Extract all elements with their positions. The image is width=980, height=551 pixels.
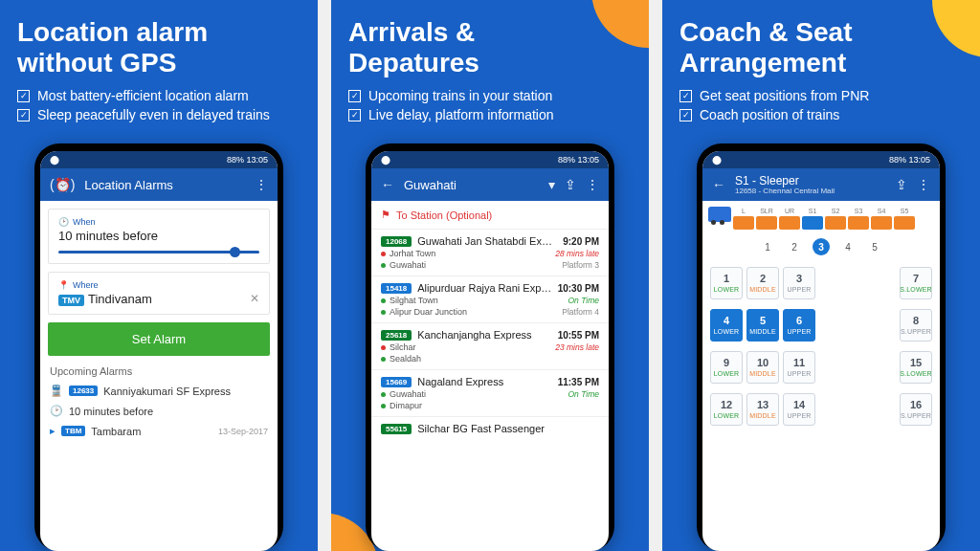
train-row[interactable]: 15669Nagaland Express11:35 PMGuwahatiOn …	[371, 369, 609, 416]
when-card[interactable]: 🕑When 10 minutes before	[48, 209, 270, 264]
seat-bay: 1LOWER2MIDDLE3UPPER7S.LOWER	[710, 267, 932, 299]
pager-number[interactable]: 3	[813, 238, 830, 255]
seat-area[interactable]: 1LOWER2MIDDLE3UPPER7S.LOWER4LOWER5MIDDLE…	[702, 261, 940, 431]
seat[interactable]: 14UPPER	[783, 393, 815, 426]
overflow-icon[interactable]: ⋮	[917, 177, 930, 192]
coach-box[interactable]	[756, 216, 777, 230]
seat[interactable]: 4LOWER	[710, 309, 743, 342]
bullet-item: Most battery-efficient location alarm	[17, 88, 301, 103]
bullet-text: Most battery-efficient location alarm	[37, 88, 249, 103]
train-number-chip: 15669	[381, 377, 412, 387]
status-bar: ⬤88% 13:05	[702, 151, 940, 168]
where-card[interactable]: 📍Where TMVTindivanam ✕	[48, 272, 270, 315]
platform: Platform 3	[562, 260, 599, 270]
coach-box[interactable]	[802, 216, 823, 230]
coach-label: S4	[871, 208, 892, 214]
pager-number[interactable]: 5	[866, 238, 883, 255]
coach-box[interactable]	[894, 216, 915, 230]
seat[interactable]: 6UPPER	[783, 309, 815, 342]
train-row[interactable]: 55615Silchar BG Fast Passenger	[371, 416, 609, 440]
pin-icon: 📍	[58, 280, 69, 290]
overflow-icon[interactable]: ⋮	[255, 177, 268, 192]
train-name: Silchar BG Fast Passenger	[417, 423, 593, 434]
seat[interactable]: 16S.UPPER	[900, 393, 932, 426]
to-station-input[interactable]: ⚑To Station (Optional)	[371, 201, 609, 229]
phone-frame: ⬤88% 13:05 (⏰) Location Alarms ⋮ 🕑When 1…	[34, 143, 283, 551]
seat-bay: 9LOWER10MIDDLE11UPPER15S.LOWER	[710, 351, 932, 384]
status-right: 88% 13:05	[227, 155, 268, 165]
check-icon	[17, 109, 30, 121]
pager-number[interactable]: 2	[786, 238, 803, 255]
seat[interactable]: 9LOWER	[710, 351, 743, 384]
train-status: 23 mins late	[555, 342, 599, 352]
seat[interactable]: 3UPPER	[783, 267, 815, 299]
pager-number[interactable]: 4	[839, 238, 857, 255]
station-name: Tambaram	[91, 426, 141, 437]
train-name: Guwahati Jan Shatabdi Express	[417, 235, 557, 247]
train-status: On Time	[568, 389, 599, 399]
clear-icon[interactable]: ✕	[250, 292, 259, 305]
from-station[interactable]: Guwahati	[404, 178, 539, 192]
seat[interactable]: 2MIDDLE	[746, 267, 779, 299]
alarm-icon: (⏰)	[50, 177, 75, 192]
seat-bay: 4LOWER5MIDDLE6UPPER8S.UPPER	[710, 309, 932, 342]
bullet-text: Sleep peacefully even in delayed trains	[37, 107, 270, 122]
seat[interactable]: 11UPPER	[783, 351, 815, 384]
back-icon[interactable]: ←	[381, 177, 394, 192]
train-list[interactable]: 12068Guwahati Jan Shatabdi Express9:20 P…	[371, 229, 609, 440]
coach-box[interactable]	[733, 216, 754, 230]
overflow-icon[interactable]: ⋮	[586, 177, 599, 192]
seat[interactable]: 8S.UPPER	[900, 309, 932, 342]
phone-screen: ⬤88% 13:05 ← Guwahati ▾ ⇪ ⋮ ⚑To Station …	[371, 151, 609, 551]
upcoming-row: ▸ TBM Tambaram 13-Sep-2017	[50, 421, 268, 441]
seat[interactable]: 7S.LOWER	[900, 267, 932, 299]
train-number-chip: 12633	[69, 386, 98, 396]
train-status: On Time	[568, 296, 599, 305]
filter-icon[interactable]: ▾	[548, 177, 555, 192]
coach-box[interactable]	[779, 216, 800, 230]
seat[interactable]: 5MIDDLE	[746, 309, 779, 342]
train-name: Alipurduar Rajya Rani Express	[417, 282, 551, 294]
coach-label: L	[733, 208, 754, 214]
seat[interactable]: 10MIDDLE	[746, 351, 779, 384]
bullet-item: Live delay, platform information	[348, 107, 632, 122]
station-chip: TMV	[58, 295, 84, 306]
seat[interactable]: 1LOWER	[710, 267, 743, 299]
train-time: 9:20 PM	[563, 236, 599, 247]
train-number-chip: 15418	[381, 283, 412, 294]
share-icon[interactable]: ⇪	[896, 177, 907, 192]
train-icon: 🚆	[50, 385, 63, 397]
status-right: 88% 13:05	[558, 155, 599, 165]
pager[interactable]: 12345	[702, 234, 940, 261]
share-icon[interactable]: ⇪	[565, 177, 576, 192]
status-bar: ⬤88% 13:05	[40, 151, 278, 168]
seat[interactable]: 13MIDDLE	[746, 393, 779, 426]
status-bar: ⬤88% 13:05	[371, 151, 609, 168]
upcoming-row[interactable]: 🚆 12633 Kanniyakumari SF Express	[50, 381, 268, 401]
seat[interactable]: 12LOWER	[710, 393, 743, 426]
set-alarm-button[interactable]: Set Alarm	[48, 322, 270, 356]
when-slider[interactable]	[58, 251, 259, 253]
bullet-item: Coach position of trains	[679, 107, 963, 122]
when-value: 10 minutes before	[58, 229, 259, 243]
seat-bay: 12LOWER13MIDDLE14UPPER16S.UPPER	[710, 393, 932, 426]
bullet-text: Live delay, platform information	[368, 107, 554, 122]
coach-label: S3	[848, 208, 869, 214]
coach-strip[interactable]: LSLRURS1S2S3S4S5	[702, 201, 940, 234]
pager-number[interactable]: 1	[759, 238, 776, 255]
coach-box[interactable]	[871, 216, 892, 230]
train-row[interactable]: 12068Guwahati Jan Shatabdi Express9:20 P…	[371, 229, 609, 276]
coach-box[interactable]	[825, 216, 846, 230]
train-row[interactable]: 15418Alipurduar Rajya Rani Express10:30 …	[371, 276, 609, 322]
flag-icon: ⚑	[381, 209, 390, 221]
train-number-chip: 25618	[381, 330, 412, 341]
app-bar: ← S1 - Sleeper 12658 - Chennai Central M…	[702, 168, 940, 201]
seat[interactable]: 15S.LOWER	[900, 351, 932, 384]
title-line1: Location alarm	[17, 17, 208, 47]
train-row[interactable]: 25618Kanchanjangha Express10:55 PMSilcha…	[371, 322, 609, 369]
upcoming-heading: Upcoming Alarms	[50, 365, 268, 377]
promo-panel-2: Arrivals & Depatures Upcoming trains in …	[331, 0, 649, 551]
promo-panel-3: Coach & Seat Arrangement Get seat positi…	[662, 0, 980, 551]
coach-box[interactable]	[848, 216, 869, 230]
back-icon[interactable]: ←	[712, 177, 725, 192]
